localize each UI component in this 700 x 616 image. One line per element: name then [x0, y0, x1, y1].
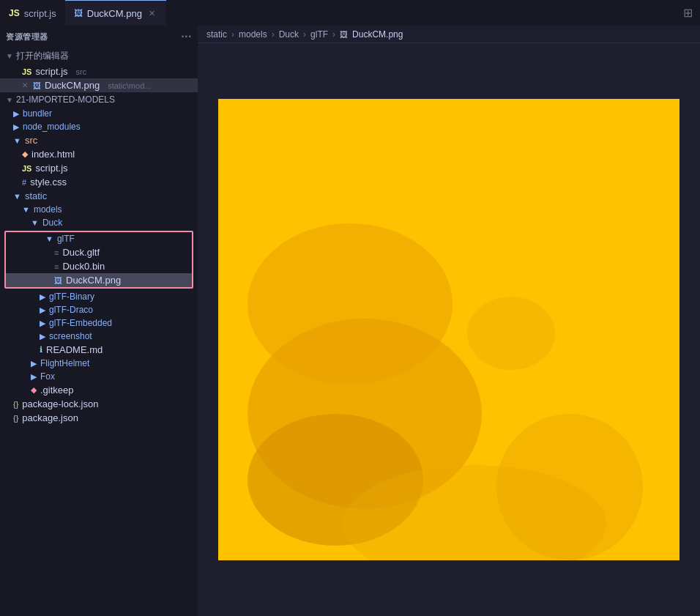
- breadcrumb-models: models: [239, 29, 267, 40]
- folder-gltf-name: glTF: [57, 234, 75, 244]
- tab-script-js[interactable]: JS script.js: [0, 0, 65, 26]
- folder-icon-gltf-binary: ▶: [40, 292, 45, 302]
- bin-file-icon: ≡: [54, 262, 59, 271]
- duck-image: [218, 99, 679, 560]
- open-file-duckcm-png-name: DuckCM.png: [45, 80, 100, 91]
- tab-script-js-label: script.js: [24, 8, 56, 19]
- open-editors-label: 打开的编辑器: [16, 50, 69, 62]
- sidebar-item-gltf-draco[interactable]: ▶ glTF-Draco: [0, 303, 198, 316]
- file-gitkeep: .gitkeep: [40, 385, 74, 396]
- open-file-script-js-name: script.js: [35, 66, 67, 77]
- file-package-json: package.json: [22, 412, 78, 423]
- gltf-outlined-section: ▼ glTF ≡ Duck.gltf ≡ Duck0.bin 🖼 DuckCM.…: [4, 231, 193, 289]
- breadcrumb-duck: Duck: [279, 29, 299, 40]
- file-duckcm-png: DuckCM.png: [66, 275, 121, 286]
- folder-icon-bundler: ▶: [13, 109, 19, 119]
- sidebar-item-package-lock[interactable]: {} package-lock.json: [0, 397, 198, 411]
- sidebar-item-src[interactable]: ▼ src: [0, 133, 198, 147]
- js-file-icon: JS: [22, 67, 31, 76]
- tab-duckcm-png[interactable]: 🖼 DuckCM.png ✕: [65, 0, 166, 26]
- folder-gltf-embedded-name: glTF-Embedded: [49, 318, 112, 328]
- project-section[interactable]: ▼ 21-IMPORTED-MODELS: [0, 92, 198, 107]
- sidebar-item-gitkeep[interactable]: ◆ .gitkeep: [0, 383, 198, 397]
- sidebar-more-button[interactable]: ···: [181, 30, 192, 43]
- js-icon: JS: [9, 8, 20, 18]
- sidebar-item-script-js[interactable]: JS script.js: [0, 161, 198, 175]
- sidebar-item-fox[interactable]: ▶ Fox: [0, 370, 198, 383]
- folder-icon-models: ▼: [22, 205, 30, 214]
- folder-icon-gltf-embedded: ▶: [40, 319, 45, 328]
- svg-point-11: [467, 297, 555, 370]
- folder-icon-static: ▼: [13, 192, 21, 201]
- png-icon: 🖼: [74, 8, 83, 18]
- folder-icon-fox: ▶: [31, 372, 37, 382]
- js-file-icon-src: JS: [22, 164, 31, 173]
- sidebar-item-duckcm-png[interactable]: 🖼 DuckCM.png: [6, 273, 192, 287]
- sidebar-item-duck[interactable]: ▼ Duck: [0, 216, 198, 229]
- sidebar-item-package-json[interactable]: {} package.json: [0, 411, 198, 425]
- duck-svg: [218, 99, 679, 560]
- file-duck0-bin: Duck0.bin: [62, 261, 105, 272]
- gitkeep-icon: ◆: [31, 385, 37, 395]
- file-style-css: style.css: [30, 177, 67, 188]
- breadcrumb-static: static: [206, 29, 227, 40]
- md-file-icon: ℹ: [40, 345, 42, 355]
- sidebar-item-bundler[interactable]: ▶ bundler: [0, 107, 198, 120]
- folder-icon-flighthelmet: ▶: [31, 359, 37, 368]
- sidebar-item-index-html[interactable]: ◆ index.html: [0, 147, 198, 161]
- project-label: 21-IMPORTED-MODELS: [16, 94, 115, 105]
- sidebar-item-gltf[interactable]: ▼ glTF: [6, 232, 192, 245]
- folder-flighthelmet-name: FlightHelmet: [40, 358, 89, 368]
- file-package-lock: package-lock.json: [22, 398, 98, 409]
- sidebar-item-gltf-embedded[interactable]: ▶ glTF-Embedded: [0, 316, 198, 330]
- breadcrumb-sep-1: ›: [231, 29, 234, 40]
- folder-icon-src: ▼: [13, 136, 21, 145]
- sidebar-item-gltf-binary[interactable]: ▶ glTF-Binary: [0, 290, 198, 303]
- image-file-icon-open: 🖼: [33, 81, 41, 90]
- gltf-file-icon: ≡: [54, 248, 59, 257]
- breadcrumb-sep-3: ›: [303, 29, 306, 40]
- sidebar-item-style-css[interactable]: # style.css: [0, 175, 198, 189]
- sidebar-item-models[interactable]: ▼ models: [0, 203, 198, 216]
- sidebar-item-screenshot[interactable]: ▶ screenshot: [0, 330, 198, 343]
- folder-node-modules-name: node_modules: [23, 122, 81, 132]
- folder-bundler-name: bundler: [23, 108, 52, 119]
- sidebar-item-node-modules[interactable]: ▶ node_modules: [0, 120, 198, 133]
- folder-src-name: src: [25, 135, 37, 146]
- main-layout: 资源管理器 ··· ▼ 打开的编辑器 JS script.js src ✕ 🖼 …: [0, 26, 700, 616]
- json-icon-package-lock: {}: [13, 400, 18, 409]
- folder-models-name: models: [34, 204, 62, 215]
- breadcrumb-sep-2: ›: [272, 29, 275, 40]
- folder-static-name: static: [25, 190, 47, 201]
- layout-icon[interactable]: ⊞: [676, 6, 700, 20]
- open-file-script-js[interactable]: JS script.js src: [0, 64, 198, 78]
- sidebar-header: 资源管理器 ···: [0, 26, 198, 48]
- breadcrumb-gltf: glTF: [310, 29, 328, 40]
- tab-duckcm-png-label: DuckCM.png: [87, 8, 142, 19]
- content-area: static › models › Duck › glTF › 🖼 DuckCM…: [198, 26, 700, 616]
- css-file-icon: #: [22, 178, 26, 187]
- folder-fox-name: Fox: [40, 371, 55, 382]
- image-file-icon-tree: 🖼: [54, 276, 62, 285]
- tab-close-button[interactable]: ✕: [146, 8, 157, 19]
- sidebar-item-flighthelmet[interactable]: ▶ FlightHelmet: [0, 357, 198, 370]
- folder-gltf-draco-name: glTF-Draco: [49, 305, 93, 315]
- folder-icon-gltf-draco: ▶: [40, 305, 45, 315]
- open-file-script-js-path: src: [76, 67, 87, 76]
- project-chevron: ▼: [6, 96, 13, 104]
- image-viewer: [198, 43, 700, 616]
- sidebar-item-duck0-bin[interactable]: ≡ Duck0.bin: [6, 259, 192, 273]
- folder-icon-duck: ▼: [31, 218, 39, 227]
- folder-icon-screenshot: ▶: [40, 332, 45, 341]
- json-icon-package-json: {}: [13, 414, 18, 423]
- folder-icon-gltf: ▼: [45, 234, 53, 243]
- open-file-duckcm-png[interactable]: ✕ 🖼 DuckCM.png static\mod...: [0, 78, 198, 92]
- sidebar-item-static[interactable]: ▼ static: [0, 189, 198, 203]
- open-editors-section[interactable]: ▼ 打开的编辑器: [0, 48, 198, 64]
- open-file-close-x[interactable]: ✕: [22, 81, 28, 89]
- sidebar-item-duck-gltf[interactable]: ≡ Duck.gltf: [6, 245, 192, 259]
- sidebar-item-readme[interactable]: ℹ README.md: [0, 343, 198, 357]
- open-editors-chevron: ▼: [6, 52, 13, 60]
- html-file-icon: ◆: [22, 149, 28, 159]
- breadcrumb-current: DuckCM.png: [352, 29, 403, 40]
